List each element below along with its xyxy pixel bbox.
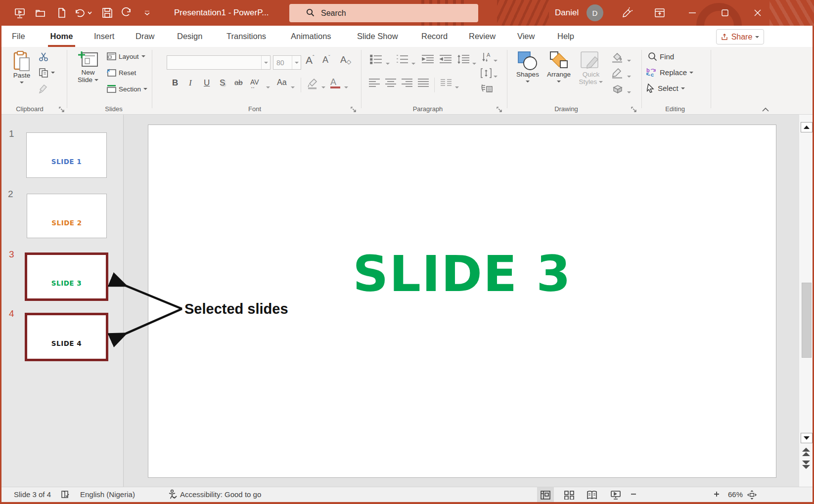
font-size-dropdown[interactable] — [292, 56, 301, 69]
close-button[interactable] — [752, 7, 764, 19]
clipboard-dialog-launcher[interactable] — [58, 106, 65, 112]
text-highlight-chevron[interactable] — [321, 82, 325, 90]
avatar[interactable]: D — [587, 4, 603, 21]
reading-view-button[interactable] — [584, 487, 600, 503]
collapse-ribbon-button[interactable] — [762, 105, 769, 114]
italic-button[interactable]: I — [189, 78, 192, 88]
slide-sorter-view-button[interactable] — [561, 487, 578, 503]
scrollbar-thumb[interactable] — [802, 283, 812, 358]
text-shadow-button[interactable]: S — [220, 78, 225, 88]
search-input[interactable]: Search — [289, 4, 478, 22]
font-name-dropdown[interactable] — [261, 56, 270, 69]
align-text-button[interactable] — [481, 68, 492, 81]
accessibility-status[interactable]: Accessibility: Good to go — [180, 490, 261, 499]
layout-button[interactable]: Layout — [107, 52, 145, 60]
maximize-button[interactable] — [719, 7, 731, 19]
undo-dropdown-chevron[interactable] — [87, 7, 92, 19]
change-case-chevron[interactable] — [291, 82, 295, 90]
columns-button[interactable] — [440, 79, 452, 89]
shapes-button[interactable]: Shapes — [514, 51, 541, 83]
underline-button[interactable]: U — [204, 78, 210, 88]
minimize-button[interactable] — [686, 7, 698, 19]
tab-home[interactable]: Home — [48, 26, 75, 47]
undo-icon[interactable] — [74, 7, 86, 19]
numbering-button[interactable] — [396, 54, 408, 67]
copy-button[interactable] — [39, 68, 55, 78]
convert-smartart-button[interactable] — [481, 84, 493, 95]
line-spacing-button[interactable] — [457, 54, 470, 67]
slide-1-thumbnail[interactable]: SLIDE 1 — [26, 132, 107, 178]
align-justify-button[interactable] — [417, 78, 429, 90]
tab-help[interactable]: Help — [556, 26, 575, 47]
character-spacing-button[interactable]: AV↔ — [250, 78, 259, 89]
decrease-font-size-button[interactable]: Aˇ — [322, 54, 330, 65]
columns-chevron[interactable] — [455, 82, 459, 90]
change-case-button[interactable]: Aa — [277, 78, 287, 87]
previous-slide-button[interactable] — [802, 448, 810, 456]
presentation-icon[interactable] — [14, 7, 26, 19]
font-color-chevron[interactable] — [344, 82, 348, 90]
font-color-button[interactable]: A — [330, 77, 340, 88]
bullets-button[interactable] — [370, 54, 383, 67]
paragraph-dialog-launcher[interactable] — [496, 106, 502, 112]
find-button[interactable]: Find — [648, 52, 674, 61]
tab-design[interactable]: Design — [176, 26, 203, 47]
tab-review[interactable]: Review — [468, 26, 497, 47]
tab-slide-show[interactable]: Slide Show — [356, 26, 399, 47]
align-center-button[interactable] — [385, 78, 397, 90]
zoom-percentage[interactable]: 66% — [728, 490, 743, 499]
slide-4-thumbnail[interactable]: SLIDE 4 — [25, 313, 108, 361]
quick-styles-button[interactable]: Quick Styles — [577, 51, 605, 85]
shape-effects-button[interactable] — [611, 84, 624, 96]
increase-font-size-button[interactable]: Aˆ — [306, 54, 315, 66]
bold-button[interactable]: B — [172, 78, 178, 88]
shape-outline-button[interactable] — [611, 68, 624, 81]
format-painter-button[interactable] — [39, 84, 48, 93]
tab-animations[interactable]: Animations — [290, 26, 332, 47]
tab-file[interactable]: File — [11, 26, 26, 47]
slide-3-thumbnail[interactable]: SLIDE 3 — [25, 252, 108, 301]
zoom-out-button[interactable] — [630, 491, 637, 499]
vertical-scrollbar[interactable] — [799, 115, 813, 487]
strikethrough-button[interactable]: ab — [234, 78, 243, 86]
bullets-chevron[interactable] — [386, 58, 390, 67]
share-button[interactable]: Share — [716, 29, 764, 44]
language-indicator[interactable]: English (Nigeria) — [80, 490, 135, 499]
megaphone-icon[interactable] — [621, 7, 633, 19]
scroll-down-button[interactable] — [801, 433, 813, 443]
drawing-dialog-launcher[interactable] — [631, 106, 637, 112]
align-text-chevron[interactable] — [494, 71, 497, 80]
clear-formatting-button[interactable]: A◇ — [340, 54, 351, 65]
qat-customize-chevron[interactable] — [143, 7, 150, 19]
ribbon-display-options-icon[interactable] — [654, 7, 666, 19]
font-size-combo[interactable]: 80 — [273, 55, 301, 70]
tab-insert[interactable]: Insert — [93, 26, 115, 47]
open-folder-icon[interactable] — [35, 7, 46, 19]
line-spacing-chevron[interactable] — [472, 58, 476, 67]
new-file-icon[interactable] — [56, 7, 68, 19]
shape-fill-chevron[interactable] — [627, 55, 631, 64]
slide-show-button[interactable] — [607, 487, 624, 503]
scroll-up-button[interactable] — [801, 122, 813, 132]
align-left-button[interactable] — [368, 78, 380, 90]
align-right-button[interactable] — [401, 78, 413, 90]
increase-indent-button[interactable] — [439, 54, 452, 67]
reset-button[interactable]: Reset — [107, 69, 136, 77]
paste-button[interactable]: Paste — [9, 51, 35, 84]
font-name-combo[interactable] — [167, 55, 271, 70]
accessibility-icon[interactable] — [167, 489, 178, 502]
arrange-button[interactable]: Arrange — [544, 51, 574, 83]
character-spacing-chevron[interactable] — [266, 82, 270, 90]
text-highlight-button[interactable] — [307, 78, 318, 91]
text-direction-chevron[interactable] — [494, 55, 497, 64]
shape-fill-button[interactable] — [611, 52, 624, 65]
shape-outline-chevron[interactable] — [627, 71, 631, 80]
shape-effects-chevron[interactable] — [627, 86, 631, 95]
zoom-in-button[interactable] — [713, 491, 720, 499]
tab-draw[interactable]: Draw — [135, 26, 156, 47]
fit-slide-to-window-button[interactable] — [747, 490, 757, 502]
section-button[interactable]: Section — [107, 85, 147, 93]
text-direction-button[interactable]: A — [481, 52, 492, 65]
new-slide-button[interactable]: New Slide — [74, 51, 102, 84]
slide-indicator[interactable]: Slide 3 of 4 — [14, 490, 51, 499]
